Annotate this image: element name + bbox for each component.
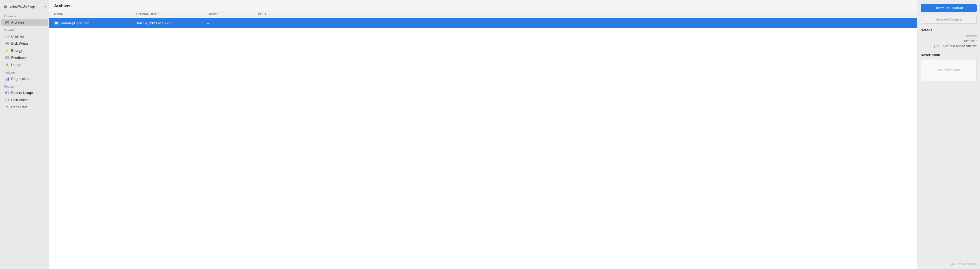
regressions-label: Regressions [11,77,30,81]
main-content: Archives Name Creation Date ⌄ Version St… [49,0,917,269]
products-section-label: Products [0,12,49,19]
details-title: Details [921,28,977,32]
hang-rate-label: Hang Rate [11,105,28,109]
hangs-label: Hangs [11,63,21,67]
sidebar-item-hangs[interactable]: Hangs [1,61,48,69]
type-value: Generic Xcode Archive [943,44,977,48]
svg-rect-20 [8,77,9,80]
details-type-row: Type Generic Xcode Archive [921,44,977,48]
energy-icon [5,48,9,53]
sidebar: videoPipUniPlugin ▾ Products Archives Re… [0,0,49,269]
right-panel: Distribute Content Validate Content Deta… [917,0,980,269]
svg-point-16 [6,64,8,65]
svg-rect-22 [5,92,7,94]
svg-rect-18 [5,79,6,80]
sidebar-app-header[interactable]: videoPipUniPlugin ▾ [0,2,49,12]
row-date-cell: Jun 14, 2023 at 15:26 [136,21,207,25]
svg-point-28 [6,106,8,107]
sidebar-item-disk-writes[interactable]: Disk Writes [1,40,48,47]
sidebar-item-battery-usage[interactable]: Battery Usage [1,89,48,96]
reports-section-label: Reports [0,26,49,33]
description-title: Description [921,53,977,57]
col-header-name[interactable]: Name [54,12,136,16]
svg-rect-13 [6,56,9,59]
feedback-label: Feedback [11,56,26,60]
footer-text: CSDN ©No Silver Bullet [921,263,977,265]
metrics-section-label: Metrics [0,82,49,89]
app-icon [3,4,8,9]
svg-rect-19 [7,78,8,80]
crashes-label: Crashes [11,35,24,38]
col-header-creation-date[interactable]: Creation Date ⌄ [136,12,207,16]
sort-icon: ⌄ [158,13,160,16]
archives-label: Archives [11,21,24,24]
col-header-status[interactable]: Status [257,12,912,16]
svg-rect-29 [55,22,58,24]
page-title: Archives [54,3,912,8]
validate-content-button[interactable]: Validate Content [921,15,977,24]
app-name: videoPipUniPlugin [10,5,43,8]
row-name-cell: videoPipUniPlugin [54,21,136,25]
sidebar-item-archives[interactable]: Archives [1,19,48,26]
table-row[interactable]: videoPipUniPlugin Jun 14, 2023 at 15:26 … [49,18,917,28]
description-section: Description No Description [921,53,977,81]
col-header-version[interactable]: Version [207,12,257,16]
battery-usage-icon [5,91,9,95]
distribute-content-button[interactable]: Distribute Content [921,4,977,12]
main-header: Archives [49,0,917,11]
details-version-row: Version [921,34,977,38]
disk-writes-icon [5,42,9,46]
hangs-icon [5,63,9,67]
hang-rate-icon [5,105,9,109]
row-name: videoPipUniPlugin [60,21,89,25]
details-identifier-row: Identifier [921,39,977,43]
metrics-disk-writes-icon [5,98,9,102]
svg-rect-3 [6,21,8,22]
svg-marker-12 [6,49,8,52]
type-label: Type [932,44,939,48]
regressions-icon [5,77,9,81]
sidebar-item-metrics-disk-writes[interactable]: Disk Writes [1,96,48,104]
battery-usage-label: Battery Usage [11,91,33,95]
sidebar-item-crashes[interactable]: Crashes [1,33,48,40]
energy-label: Energy [11,49,22,53]
archives-icon [5,20,9,25]
crashes-icon [5,34,9,38]
svg-rect-2 [5,22,9,24]
app-arrow-icon: ▾ [45,5,46,8]
disk-writes-label: Disk Writes [11,42,29,45]
svg-rect-0 [4,6,7,8]
sidebar-item-hang-rate[interactable]: Hang Rate [1,104,48,110]
description-placeholder: No Description [938,68,960,72]
svg-rect-1 [5,5,6,6]
svg-rect-30 [56,22,57,22]
insights-section-label: Insights [0,69,49,75]
table-header: Name Creation Date ⌄ Version Status [49,11,917,18]
svg-point-7 [7,37,7,37]
sidebar-item-feedback[interactable]: Feedback [1,54,48,61]
sidebar-item-energy[interactable]: Energy [1,47,48,54]
description-box: No Description [921,59,977,81]
identifier-label: Identifier [964,39,977,43]
sidebar-item-regressions[interactable]: Regressions [1,75,48,82]
table-body: videoPipUniPlugin Jun 14, 2023 at 15:26 … [49,18,917,269]
metrics-disk-writes-label: Disk Writes [11,98,29,102]
feedback-icon [5,56,9,60]
svg-rect-23 [9,93,9,93]
row-app-icon [54,21,59,25]
row-version-cell: – [207,21,257,25]
details-section: Details Version Identifier Type Generic … [921,28,977,49]
version-label: Version [966,34,977,38]
